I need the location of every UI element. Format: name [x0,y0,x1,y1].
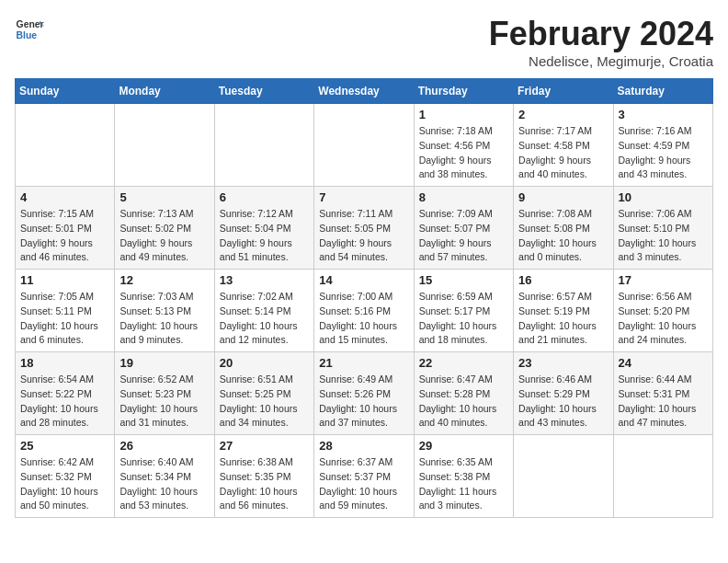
weekday-header: Monday [115,79,214,104]
calendar-cell: 1Sunrise: 7:18 AMSunset: 4:56 PMDaylight… [414,104,513,187]
calendar-cell: 15Sunrise: 6:59 AMSunset: 5:17 PMDayligh… [414,270,513,352]
calendar-cell [314,104,414,187]
day-number: 2 [518,108,608,121]
day-number: 3 [619,108,708,121]
day-info: Sunrise: 7:08 AMSunset: 5:08 PMDaylight:… [518,207,608,265]
logo-icon: General Blue [15,15,44,44]
calendar-cell: 21Sunrise: 6:49 AMSunset: 5:26 PMDayligh… [314,352,414,435]
day-number: 27 [220,439,309,453]
calendar-cell: 28Sunrise: 6:37 AMSunset: 5:37 PMDayligh… [314,435,414,518]
calendar-cell: 14Sunrise: 7:00 AMSunset: 5:16 PMDayligh… [314,270,414,352]
day-number: 28 [319,439,408,453]
day-info: Sunrise: 6:38 AMSunset: 5:35 PMDaylight:… [220,455,309,513]
calendar-cell: 5Sunrise: 7:13 AMSunset: 5:02 PMDaylight… [115,187,214,270]
calendar-cell: 13Sunrise: 7:02 AMSunset: 5:14 PMDayligh… [214,270,313,352]
day-info: Sunrise: 6:40 AMSunset: 5:34 PMDaylight:… [119,455,209,513]
calendar-week-row: 1Sunrise: 7:18 AMSunset: 4:56 PMDaylight… [16,104,713,187]
day-info: Sunrise: 7:18 AMSunset: 4:56 PMDaylight:… [419,124,508,182]
weekday-header: Sunday [16,79,115,104]
calendar-cell: 6Sunrise: 7:12 AMSunset: 5:04 PMDaylight… [214,187,313,270]
day-info: Sunrise: 7:02 AMSunset: 5:14 PMDaylight:… [220,290,309,348]
day-info: Sunrise: 6:44 AMSunset: 5:31 PMDaylight:… [619,373,708,431]
day-info: Sunrise: 7:06 AMSunset: 5:10 PMDaylight:… [619,207,708,265]
day-number: 6 [220,190,309,204]
day-number: 5 [119,190,209,204]
header: General Blue February 2024 Nedelisce, Me… [15,15,713,69]
day-number: 23 [518,356,608,370]
day-number: 11 [20,273,109,287]
day-number: 12 [119,273,209,287]
weekday-header: Thursday [414,79,513,104]
day-number: 19 [119,356,209,370]
weekday-header: Tuesday [214,79,313,104]
calendar-cell: 29Sunrise: 6:35 AMSunset: 5:38 PMDayligh… [414,435,513,518]
day-info: Sunrise: 6:35 AMSunset: 5:38 PMDaylight:… [419,455,508,513]
day-info: Sunrise: 6:56 AMSunset: 5:20 PMDaylight:… [619,290,708,348]
month-title: February 2024 [489,15,713,53]
day-number: 15 [419,273,508,287]
day-number: 29 [419,439,508,453]
calendar: SundayMondayTuesdayWednesdayThursdayFrid… [15,78,713,518]
calendar-cell: 2Sunrise: 7:17 AMSunset: 4:58 PMDaylight… [514,104,613,187]
day-number: 26 [119,439,209,453]
day-number: 10 [619,190,708,204]
calendar-cell: 26Sunrise: 6:40 AMSunset: 5:34 PMDayligh… [115,435,214,518]
calendar-body: 1Sunrise: 7:18 AMSunset: 4:56 PMDaylight… [16,104,713,518]
calendar-cell: 24Sunrise: 6:44 AMSunset: 5:31 PMDayligh… [613,352,712,435]
calendar-week-row: 4Sunrise: 7:15 AMSunset: 5:01 PMDaylight… [16,187,713,270]
day-info: Sunrise: 6:54 AMSunset: 5:22 PMDaylight:… [20,373,109,431]
calendar-cell: 12Sunrise: 7:03 AMSunset: 5:13 PMDayligh… [115,270,214,352]
calendar-cell: 10Sunrise: 7:06 AMSunset: 5:10 PMDayligh… [613,187,712,270]
calendar-cell [514,435,613,518]
calendar-week-row: 25Sunrise: 6:42 AMSunset: 5:32 PMDayligh… [16,435,713,518]
calendar-cell: 27Sunrise: 6:38 AMSunset: 5:35 PMDayligh… [214,435,313,518]
day-number: 18 [20,356,109,370]
day-info: Sunrise: 7:11 AMSunset: 5:05 PMDaylight:… [319,207,408,265]
day-info: Sunrise: 6:37 AMSunset: 5:37 PMDaylight:… [319,455,408,513]
calendar-cell: 18Sunrise: 6:54 AMSunset: 5:22 PMDayligh… [16,352,115,435]
calendar-week-row: 18Sunrise: 6:54 AMSunset: 5:22 PMDayligh… [16,352,713,435]
weekday-header: Saturday [613,79,712,104]
day-info: Sunrise: 7:15 AMSunset: 5:01 PMDaylight:… [20,207,109,265]
day-info: Sunrise: 7:09 AMSunset: 5:07 PMDaylight:… [419,207,508,265]
day-info: Sunrise: 7:12 AMSunset: 5:04 PMDaylight:… [220,207,309,265]
day-info: Sunrise: 6:49 AMSunset: 5:26 PMDaylight:… [319,373,408,431]
day-info: Sunrise: 7:13 AMSunset: 5:02 PMDaylight:… [119,207,209,265]
day-number: 7 [319,190,408,204]
weekday-header: Friday [514,79,613,104]
calendar-cell: 23Sunrise: 6:46 AMSunset: 5:29 PMDayligh… [514,352,613,435]
day-number: 17 [619,273,708,287]
day-info: Sunrise: 7:17 AMSunset: 4:58 PMDaylight:… [518,124,608,182]
day-info: Sunrise: 6:59 AMSunset: 5:17 PMDaylight:… [419,290,508,348]
calendar-cell: 4Sunrise: 7:15 AMSunset: 5:01 PMDaylight… [16,187,115,270]
weekday-header-row: SundayMondayTuesdayWednesdayThursdayFrid… [16,79,713,104]
calendar-cell: 3Sunrise: 7:16 AMSunset: 4:59 PMDaylight… [613,104,712,187]
day-info: Sunrise: 6:47 AMSunset: 5:28 PMDaylight:… [419,373,508,431]
day-info: Sunrise: 7:16 AMSunset: 4:59 PMDaylight:… [619,124,708,182]
day-number: 13 [220,273,309,287]
calendar-cell [613,435,712,518]
day-number: 9 [518,190,608,204]
title-area: February 2024 Nedelisce, Megimurje, Croa… [489,15,713,69]
day-number: 21 [319,356,408,370]
day-number: 16 [518,273,608,287]
day-number: 4 [20,190,109,204]
calendar-cell: 11Sunrise: 7:05 AMSunset: 5:11 PMDayligh… [16,270,115,352]
logo: General Blue [15,15,44,44]
calendar-cell: 9Sunrise: 7:08 AMSunset: 5:08 PMDaylight… [514,187,613,270]
subtitle: Nedelisce, Megimurje, Croatia [489,53,713,69]
weekday-header: Wednesday [314,79,414,104]
day-info: Sunrise: 6:42 AMSunset: 5:32 PMDaylight:… [20,455,109,513]
day-info: Sunrise: 6:52 AMSunset: 5:23 PMDaylight:… [119,373,209,431]
calendar-cell: 22Sunrise: 6:47 AMSunset: 5:28 PMDayligh… [414,352,513,435]
calendar-cell: 19Sunrise: 6:52 AMSunset: 5:23 PMDayligh… [115,352,214,435]
calendar-week-row: 11Sunrise: 7:05 AMSunset: 5:11 PMDayligh… [16,270,713,352]
day-number: 22 [419,356,508,370]
day-info: Sunrise: 7:03 AMSunset: 5:13 PMDaylight:… [119,290,209,348]
day-number: 8 [419,190,508,204]
calendar-cell: 8Sunrise: 7:09 AMSunset: 5:07 PMDaylight… [414,187,513,270]
calendar-cell [16,104,115,187]
day-info: Sunrise: 6:57 AMSunset: 5:19 PMDaylight:… [518,290,608,348]
day-info: Sunrise: 7:00 AMSunset: 5:16 PMDaylight:… [319,290,408,348]
day-info: Sunrise: 6:46 AMSunset: 5:29 PMDaylight:… [518,373,608,431]
